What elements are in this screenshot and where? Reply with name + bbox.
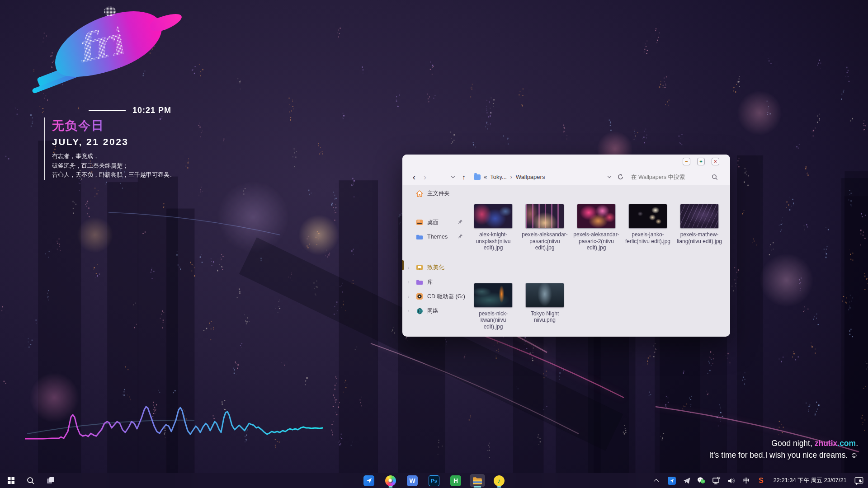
goodnight-widget: Good night, zhutix.com. It's time for be… bbox=[709, 439, 858, 460]
network-globe-icon bbox=[416, 307, 423, 314]
desktop-icon bbox=[416, 219, 423, 226]
brush-stroke bbox=[148, 10, 184, 35]
launcher-arrow-icon bbox=[363, 475, 374, 486]
pin-icon bbox=[458, 234, 463, 240]
sidebar-item-themes[interactable]: Themes bbox=[402, 230, 467, 243]
file-thumbnail bbox=[474, 283, 512, 307]
breadcrumb-separator: › bbox=[510, 174, 513, 180]
taskbar-app-launcher[interactable] bbox=[361, 473, 377, 488]
folder-purple-icon bbox=[416, 278, 423, 286]
minimize-button[interactable]: − bbox=[683, 158, 690, 165]
taskbar-app-h[interactable]: H bbox=[448, 473, 463, 488]
file-item[interactable]: pexels-janko-ferlic(niivu edit).jpg bbox=[622, 204, 674, 258]
music-app-icon: ♪ bbox=[494, 475, 505, 486]
expand-chevron-icon[interactable]: › bbox=[408, 308, 410, 314]
goodnight-line1: Good night, zhutix.com. bbox=[709, 439, 858, 448]
breadcrumb-current[interactable]: Wallpapers bbox=[516, 174, 545, 180]
quote-line: 破釜沉舟，百二秦关终属楚； bbox=[52, 161, 175, 171]
widget-title: 无负今日 bbox=[52, 117, 175, 134]
file-explorer-window: − + × ‹ › ↑ « Toky... › Wallpapers bbox=[402, 155, 730, 337]
file-item[interactable]: pexels-mathew-liang(niivu edit).jpg bbox=[674, 204, 725, 258]
notification-center-button[interactable] bbox=[854, 475, 863, 486]
tray-device-monitor-icon[interactable] bbox=[712, 475, 721, 486]
widget-clock: 10:21 PM bbox=[132, 106, 171, 115]
taskbar-app-music[interactable]: ♪ bbox=[491, 473, 507, 488]
file-grid: alex-knight-unsplash(niivu edit).jpg pex… bbox=[467, 185, 725, 337]
sidebar-item-network[interactable]: › 网络 bbox=[402, 305, 467, 317]
breadcrumb-root[interactable]: Toky... bbox=[490, 174, 507, 180]
recent-locations-button[interactable] bbox=[448, 171, 458, 183]
folder-icon bbox=[416, 233, 423, 240]
running-indicator bbox=[497, 486, 501, 488]
cd-drive-icon bbox=[416, 293, 423, 300]
close-button[interactable]: × bbox=[712, 158, 719, 165]
taskbar-app-browser[interactable] bbox=[383, 473, 398, 488]
address-bar[interactable]: « Toky... › Wallpapers bbox=[474, 174, 617, 180]
home-icon bbox=[416, 190, 423, 197]
file-item[interactable]: pexels-aleksandar-pasaric-2(niivu edit).… bbox=[571, 204, 622, 258]
taskbar-app-explorer[interactable] bbox=[470, 473, 485, 488]
file-item[interactable]: pexels-nick-kwan(niivu edit).jpg bbox=[467, 283, 519, 337]
search-icon[interactable] bbox=[27, 477, 35, 485]
tray-snipaste-icon[interactable]: S bbox=[757, 475, 766, 486]
file-thumbnail bbox=[526, 204, 564, 228]
maximize-button[interactable]: + bbox=[697, 158, 705, 165]
expand-chevron-icon[interactable]: › bbox=[408, 279, 410, 285]
file-item[interactable]: Tokyo Night niivu.png bbox=[519, 283, 571, 337]
brand-text: zhutix bbox=[815, 439, 838, 448]
titlebar[interactable]: − + × bbox=[402, 155, 730, 169]
search-input[interactable] bbox=[631, 174, 712, 180]
sidebar-item-zhimeihua[interactable]: › 致美化 bbox=[402, 261, 467, 274]
browser-icon bbox=[385, 475, 396, 486]
file-item[interactable]: pexels-aleksandar-pasaric(niivu edit).jp… bbox=[519, 204, 571, 258]
tray-show-hidden-icons[interactable] bbox=[652, 475, 661, 486]
file-thumbnail bbox=[577, 204, 615, 228]
search-icon[interactable] bbox=[712, 174, 718, 180]
running-indicator bbox=[474, 486, 481, 488]
expand-chevron-icon[interactable]: › bbox=[408, 294, 410, 299]
widget-date: JULY, 21 2023 bbox=[52, 136, 175, 147]
sidebar-item-desktop[interactable]: 桌面 bbox=[402, 216, 467, 229]
sidebar-item-cd-drive[interactable]: › CD 驱动器 (G:) bbox=[402, 290, 467, 303]
beautify-icon bbox=[416, 264, 423, 271]
tray-wechat-icon[interactable] bbox=[697, 475, 706, 486]
search-box[interactable] bbox=[631, 174, 724, 180]
refresh-icon[interactable] bbox=[617, 174, 624, 180]
sidebar-item-libraries[interactable]: › 库 bbox=[402, 276, 467, 288]
expand-chevron-icon[interactable]: › bbox=[408, 265, 410, 270]
taskbar: W Ps H ♪ bbox=[0, 473, 868, 488]
file-thumbnail bbox=[629, 204, 667, 228]
chevron-up-icon bbox=[654, 479, 659, 483]
tray-telegram-icon[interactable] bbox=[682, 475, 691, 486]
word-icon: W bbox=[407, 475, 418, 486]
photoshop-icon: Ps bbox=[429, 475, 439, 486]
tray-ime-indicator[interactable]: 中 bbox=[742, 475, 751, 486]
navigation-pane: 主文件夹 桌面 Themes › bbox=[402, 185, 467, 337]
smiley-emoji: ☺ bbox=[850, 450, 858, 460]
sidebar-item-home[interactable]: 主文件夹 bbox=[402, 187, 467, 200]
file-thumbnail bbox=[474, 204, 512, 228]
start-button[interactable] bbox=[7, 477, 15, 484]
up-button[interactable]: ↑ bbox=[458, 171, 469, 183]
breadcrumb-overflow[interactable]: « bbox=[484, 174, 487, 180]
tray-launcher-icon[interactable] bbox=[667, 475, 676, 486]
forward-button[interactable]: › bbox=[420, 171, 430, 183]
file-thumbnail bbox=[680, 204, 718, 228]
address-dropdown-icon[interactable] bbox=[608, 174, 611, 178]
task-view-button[interactable] bbox=[47, 477, 55, 484]
chevron-down-icon bbox=[451, 174, 455, 178]
desktop-clock-widget: fri 10:21 PM 无负今日 JULY, 21 2023 有志者，事竟成，… bbox=[35, 4, 198, 184]
back-button[interactable]: ‹ bbox=[409, 171, 420, 183]
clock-divider-line bbox=[89, 110, 126, 111]
audio-visualizer bbox=[25, 400, 323, 443]
taskbar-app-photoshop[interactable]: Ps bbox=[426, 473, 442, 488]
taskbar-app-word[interactable]: W bbox=[405, 473, 420, 488]
tray-volume-icon[interactable] bbox=[727, 475, 736, 486]
running-indicator bbox=[389, 486, 393, 488]
quote-line: 苦心人，天不负，卧薪尝胆，三千越甲可吞吴。 bbox=[52, 170, 175, 180]
friday-logo: fri bbox=[73, 19, 127, 72]
folder-icon bbox=[474, 174, 481, 180]
file-item[interactable]: alex-knight-unsplash(niivu edit).jpg bbox=[467, 204, 519, 258]
taskbar-clock[interactable]: 22:21:34 下午 周五 23/07/21 bbox=[772, 477, 849, 484]
pin-icon bbox=[458, 219, 463, 225]
